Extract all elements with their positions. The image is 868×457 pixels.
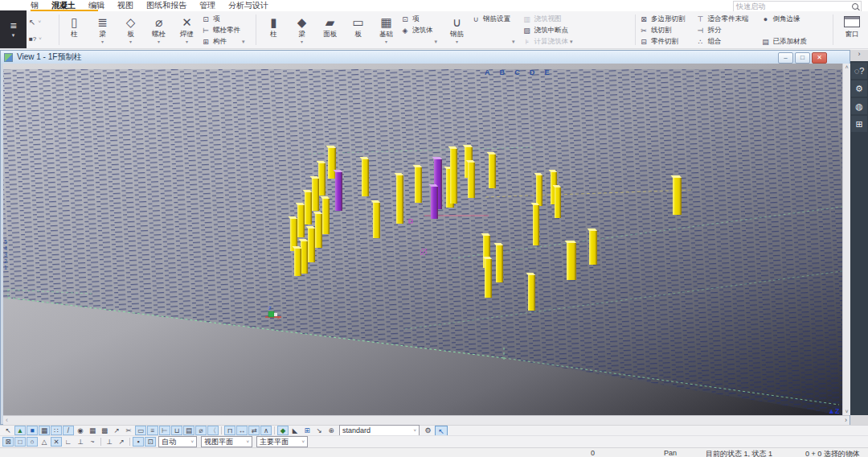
quick-launch-search[interactable]: 快速启动 [733, 1, 862, 12]
snap-mode-dropdown[interactable]: 自动˅ [158, 436, 197, 447]
tab-drawings-reports[interactable]: 图纸和报告 [146, 0, 186, 11]
split-button[interactable]: ⊣ 拆分 [697, 26, 749, 35]
snap-reference-points-button[interactable]: ⊠ [2, 437, 14, 447]
viewport-canvas[interactable]: ABCDE 54321 Z X ▲Z [3, 64, 842, 415]
zoom-original-button[interactable]: ⊕ [326, 426, 337, 435]
select-drag-button[interactable]: ↘ [313, 426, 325, 435]
close-button[interactable]: ✕ [812, 52, 827, 64]
smart-select-button[interactable]: ↖ [435, 426, 448, 436]
select-phases-button[interactable]: ◣ [289, 426, 301, 435]
selection-filter-dropdown[interactable]: standard˅ [339, 425, 420, 436]
pour-group-caret-icon[interactable]: ▾ [570, 39, 573, 47]
snap-centers-button[interactable]: ○ [27, 437, 38, 447]
filter-settings-button[interactable]: ⚙ [422, 426, 434, 435]
item-button[interactable]: ⊡ 项 [202, 14, 240, 24]
select-bolts-button[interactable]: ⊢ [159, 426, 170, 435]
tab-manage[interactable]: 管理 [199, 0, 215, 11]
rebar-button[interactable]: ∪ 钢筋 ▾ [444, 13, 470, 43]
select-parts-button[interactable]: ▭ [135, 426, 146, 435]
side-button-components-icon[interactable]: ⊞ [851, 116, 867, 132]
scroll-left-icon[interactable]: ‹ [6, 416, 8, 424]
select-rebar-button[interactable]: ▤ [183, 426, 194, 435]
steel-column-button[interactable]: ▯ 柱 [61, 13, 88, 39]
select-meshes-button[interactable]: ▦ [87, 426, 98, 435]
select-filter-components-button[interactable]: ■ [27, 426, 38, 435]
select-annotations-button[interactable]: ↗ [111, 426, 122, 435]
select-holes-button[interactable]: ⌀ [195, 426, 207, 435]
side-button-reference-models-icon[interactable]: ◍ [851, 98, 867, 114]
select-axes-button[interactable]: ⇄ [248, 426, 260, 435]
view-title-bar[interactable]: View 1 - 1F预制柱 – □ ✕ [1, 51, 850, 64]
bolt-part-button[interactable]: ⊢ 螺栓零件 [202, 26, 240, 35]
snap-line-points-button[interactable]: ⊥ [104, 437, 115, 447]
polygon-cut-button[interactable]: ⊠ 多边形切割 [640, 14, 686, 24]
select-angles-button[interactable]: ∧ [260, 426, 272, 435]
select-planes-button[interactable]: ⊓ [224, 426, 235, 435]
snap-override-geometry-button[interactable]: ⊡ [145, 437, 156, 447]
snap-nearest-button[interactable]: ~ [87, 437, 98, 447]
snap-plane-dropdown[interactable]: 视图平面˅ [201, 436, 252, 447]
pour-object-button[interactable]: ◈ 浇筑体 [401, 26, 433, 35]
chamfer-edges-button[interactable]: ● 倒角边缘 [762, 14, 808, 24]
concrete-beam-button[interactable]: ◆ 梁 ▾ [289, 13, 315, 43]
select-reference-models-button[interactable]: ◉ [75, 426, 86, 435]
concrete-group-caret-icon[interactable]: ▾ [435, 39, 438, 47]
steel-plate-button[interactable]: ◇ 板 ▾ [117, 13, 144, 43]
scroll-up-icon[interactable]: ˄ [843, 64, 850, 70]
window-button[interactable]: 窗口 [836, 13, 868, 39]
pour-break-point-button[interactable]: ▨ 浇筑中断点 [523, 26, 569, 35]
scroll-down-icon[interactable]: ˅ [843, 409, 850, 414]
rebar-group-caret-icon[interactable]: ▾ [512, 39, 515, 47]
concrete-item-button[interactable]: ⊡ 项 [401, 14, 433, 24]
select-components-button[interactable]: ≡ [147, 426, 158, 435]
select-distances-button[interactable]: ↔ [236, 426, 248, 435]
vertical-scrollbar[interactable]: ˄ ˅ [842, 64, 850, 415]
combine-button[interactable]: ∴ 组合 [697, 37, 749, 47]
snap-endpoints-button[interactable]: □ [14, 437, 26, 447]
bolt-button[interactable]: ⌀ 螺栓 ▾ [145, 13, 172, 43]
snap-midpoints-button[interactable]: △ [39, 437, 50, 447]
side-button-properties-gear-icon[interactable]: ⚙ [851, 80, 867, 97]
snap-depth-dropdown[interactable]: 主要平面˅ [256, 436, 308, 447]
fit-part-end-button[interactable]: ⊤ 适合零件末端 [697, 14, 749, 24]
panel-button[interactable]: ▰ 面板 [317, 13, 343, 39]
steel-beam-button[interactable]: ≣ 梁 ▾ [89, 13, 116, 43]
part-cut-button[interactable]: ⊟ 零件切割 [640, 37, 686, 47]
select-grids-button[interactable]: ▦ [39, 426, 50, 435]
panel-expander-icon[interactable]: › [845, 416, 847, 424]
select-surfaces-button[interactable]: ▩ [99, 426, 110, 435]
app-menu-button[interactable]: ≡ ▾ [0, 10, 27, 48]
minimize-button[interactable]: – [778, 52, 793, 64]
steel-group-caret-icon[interactable]: ▾ [242, 39, 245, 47]
restore-button[interactable]: □ [795, 52, 810, 64]
rebar-settings-button[interactable]: ∪ 钢筋设置 [472, 14, 510, 24]
tab-view[interactable]: 视图 [117, 0, 133, 11]
line-cut-button[interactable]: ✂ 线切割 [640, 26, 686, 35]
select-assemblies-button[interactable]: ◆ [277, 426, 289, 435]
snap-override-points-button[interactable]: ▪ [133, 437, 144, 447]
inquire-switch-button[interactable]: ■? ˅ [29, 35, 56, 43]
snap-perpendicular-button[interactable]: ∟ [63, 437, 74, 447]
select-tool-button[interactable]: ↖ [2, 426, 14, 435]
select-lines-button[interactable]: / [63, 426, 74, 435]
select-cuts-button[interactable]: ✂ [123, 426, 134, 435]
footing-button[interactable]: ▦ 基础 ▾ [373, 13, 399, 43]
concrete-column-button[interactable]: ▮ 柱 [260, 13, 287, 39]
select-tasks-button[interactable]: ⊞ [301, 426, 313, 435]
model-viewport[interactable]: ABCDE 54321 Z X ▲Z [3, 64, 842, 415]
snap-extensions-button[interactable]: ⊥ [75, 437, 86, 447]
select-points-button[interactable]: ∷ [51, 426, 62, 435]
tab-analysis-design[interactable]: 分析与设计 [228, 0, 268, 11]
assembly-button[interactable]: ⊞ 构件 [202, 37, 240, 47]
snap-any-position-button[interactable]: ↗ [116, 437, 127, 447]
slab-button[interactable]: ▭ 板 [345, 13, 371, 39]
side-button-inquire-icon[interactable]: ◌? [851, 63, 867, 79]
select-chamfers-button[interactable]: 〈 [207, 426, 219, 435]
snap-intersections-button[interactable]: ✕ [51, 437, 62, 447]
select-welds-button[interactable]: ⊔ [171, 426, 182, 435]
weld-button[interactable]: ✕ 焊缝 ▾ [174, 13, 200, 43]
added-material-button[interactable]: ▤ 已添加材质 [762, 37, 808, 47]
select-switch-button[interactable]: ↖ ˅ [29, 18, 56, 27]
select-filter-objects-button[interactable]: ▲ [14, 426, 26, 435]
side-panel-expander[interactable]: › [850, 50, 868, 61]
